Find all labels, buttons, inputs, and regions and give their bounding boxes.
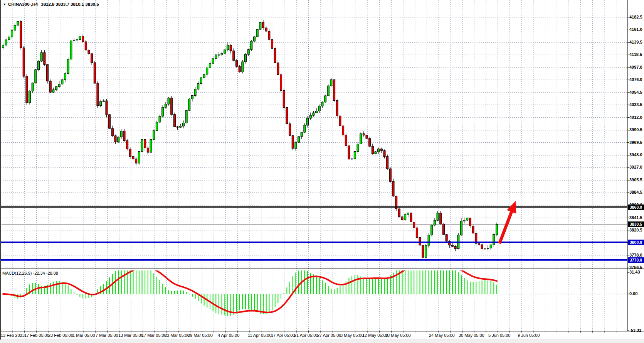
price-axis-label: 4161.0: [629, 27, 642, 32]
window-bottom-strip: [0, 340, 644, 343]
chart-canvas[interactable]: [0, 0, 644, 343]
window-left-edge: [0, 0, 1, 340]
current-price-badge: 3830.5: [628, 221, 644, 227]
price-axis-label: 3905.5: [629, 177, 642, 182]
date-axis-label[interactable]: 30 May 05:00: [459, 333, 484, 338]
price-axis-label: 4182.5: [629, 15, 642, 19]
chart-title: ▼CHINA300-,H43812.8 3833.7 3810.1 3830.5: [3, 2, 99, 7]
price-badge-3800.0: 3800.0: [628, 240, 644, 245]
macd-indicator-label: MACD(12,26,9) -22.34 -28.08: [2, 271, 58, 275]
date-axis-label[interactable]: 24 May 05:00: [429, 333, 455, 338]
price-axis-label: 4097.0: [629, 65, 642, 69]
date-axis-label[interactable]: 21 Apr 05:00: [294, 333, 318, 338]
price-badge-3860.0: 3860.0: [628, 204, 644, 210]
date-axis-label[interactable]: 17 Mar 05:00: [141, 333, 166, 338]
date-axis-label[interactable]: 13 Feb 2023: [1, 333, 25, 338]
price-axis-label: 4054.5: [629, 90, 642, 95]
price-axis-label: 3820.5: [629, 228, 642, 232]
price-axis-label: 4033.5: [629, 102, 642, 107]
price-axis-label: 3884.5: [629, 190, 642, 194]
price-axis-label: 3841.5: [629, 215, 642, 220]
price-badge-3770.0: 3770.0: [628, 257, 644, 263]
date-axis-label[interactable]: 18 May 05:00: [385, 333, 411, 338]
candles-layer: [2, 20, 498, 259]
date-axis-label[interactable]: 23 Feb 05:00: [48, 333, 73, 338]
date-axis-label[interactable]: 7 Mar 05:00: [96, 333, 118, 338]
date-axis-label[interactable]: 17 Apr 05:00: [271, 333, 295, 338]
date-axis-label[interactable]: 5 Jun 05:00: [488, 333, 511, 338]
date-axis-label[interactable]: 27 Apr 05:00: [317, 333, 341, 338]
macd-axis-label: 31.43: [629, 270, 640, 274]
date-axis-label[interactable]: 12 May 05:00: [362, 333, 388, 338]
price-axis-label: 4139.5: [629, 40, 642, 44]
chart-window: ▼CHINA300-,H43812.8 3833.7 3810.1 3830.5…: [0, 0, 644, 343]
price-axis-label: 3969.5: [629, 140, 642, 145]
macd-layer: [3, 257, 497, 316]
grid-layer: [2, 0, 627, 333]
price-axis-label: 3948.0: [629, 152, 642, 157]
symbol-dropdown-icon[interactable]: ▼: [3, 3, 6, 6]
macd-axis-label: 0.00: [629, 291, 637, 296]
date-axis-label[interactable]: 4 Apr 05:00: [218, 333, 239, 338]
date-axis-label[interactable]: 1 Mar 05:00: [72, 333, 95, 338]
price-axis-label: 3990.5: [629, 127, 642, 132]
ohlc-readout: 3812.8 3833.7 3810.1 3830.5: [41, 2, 99, 7]
date-axis-label[interactable]: 8 May 05:00: [340, 333, 364, 338]
price-axis-label: 4076.0: [629, 77, 642, 82]
date-axis-label[interactable]: 9 Jun 05:00: [518, 333, 540, 338]
price-axis-label: 3927.0: [629, 165, 642, 169]
date-axis-label[interactable]: 13 Mar 05:00: [118, 333, 143, 338]
date-axis-label[interactable]: 29 Mar 05:00: [188, 333, 213, 338]
price-axis-label: 4118.5: [629, 52, 642, 57]
price-axis-label: 3778.0: [629, 253, 642, 257]
price-axis-label: 3756.5: [629, 265, 642, 270]
macd-axis-label: -53.31: [629, 328, 641, 333]
price-axis-label: 4012.0: [629, 115, 642, 120]
date-axis-label[interactable]: 17 Feb 05:00: [24, 333, 49, 338]
date-axis-label[interactable]: 23 Mar 05:00: [165, 333, 190, 338]
date-axis-label[interactable]: 11 Apr 05:00: [248, 333, 272, 338]
symbol-timeframe-label: CHINA300-,H4: [8, 2, 38, 7]
